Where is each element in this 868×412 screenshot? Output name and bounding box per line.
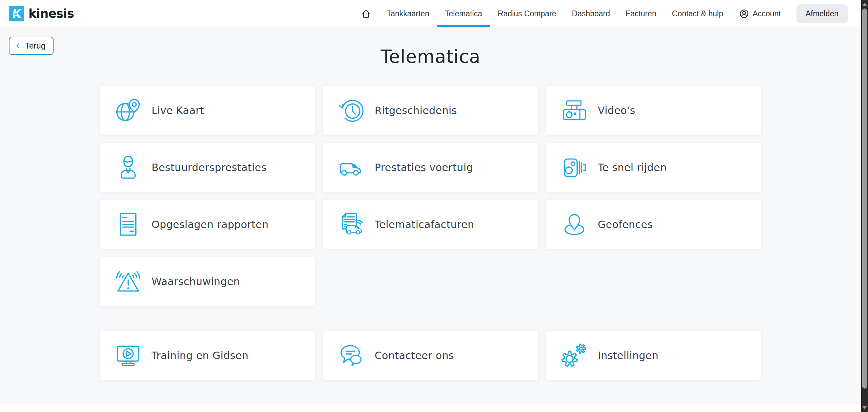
section-divider <box>100 319 761 319</box>
card-telematicafacturen[interactable]: Telematicafacturen <box>323 200 538 249</box>
card-instellingen[interactable]: Instellingen <box>546 331 761 380</box>
card-label: Ritgeschiedenis <box>375 105 457 116</box>
card-label: Training en Gidsen <box>152 350 249 361</box>
invoice-truck-icon <box>338 211 364 238</box>
nav-item-dashboard[interactable]: Dashboard <box>572 0 610 27</box>
gears-icon <box>561 342 588 369</box>
nav-item-radius-compare[interactable]: Radius Compare <box>498 0 556 27</box>
van-icon <box>338 154 364 181</box>
card-bestuurdersprestaties[interactable]: Bestuurdersprestaties <box>100 143 315 192</box>
card-waarschuwingen[interactable]: Waarschuwingen <box>100 257 315 306</box>
nav-item-facturen[interactable]: Facturen <box>626 0 656 27</box>
geofence-pin-icon <box>561 211 588 238</box>
account-label: Account <box>753 9 781 18</box>
chat-bubbles-icon <box>338 342 364 369</box>
card-geofences[interactable]: Geofences <box>546 200 761 249</box>
card-label: Instellingen <box>598 350 658 361</box>
card-label: Opgeslagen rapporten <box>152 219 269 230</box>
card-opgeslagen-rapporten[interactable]: Opgeslagen rapporten <box>100 200 315 249</box>
card-label: Contacteer ons <box>375 350 454 361</box>
logout-button[interactable]: Afmelden <box>796 4 848 23</box>
brand-name: kinesis <box>28 7 74 20</box>
telematica-menu: Live Kaart Ritgeschiedenis <box>0 86 861 380</box>
scrollbar-down-arrow[interactable] <box>863 406 867 409</box>
card-label: Prestaties voertuig <box>375 162 473 173</box>
top-navigation-bar: K kinesis Tankkaarten Telematica Radius … <box>0 0 861 27</box>
card-live-kaart[interactable]: Live Kaart <box>100 86 315 135</box>
nav-item-tankkaarten[interactable]: Tankkaarten <box>387 0 429 27</box>
card-label: Video's <box>598 105 635 116</box>
card-label: Live Kaart <box>152 105 204 116</box>
secondary-card-grid: Training en Gidsen Contacteer ons <box>100 331 761 380</box>
scrollbar-thumb[interactable] <box>862 8 867 389</box>
home-icon <box>361 8 371 19</box>
scrollbar-up-arrow[interactable] <box>863 3 867 6</box>
card-label: Bestuurdersprestaties <box>152 162 267 173</box>
card-ritgeschiedenis[interactable]: Ritgeschiedenis <box>323 86 538 135</box>
card-videos[interactable]: Video's <box>546 86 761 135</box>
main-nav: Tankkaarten Telematica Radius Compare Da… <box>345 0 848 27</box>
nav-item-telematica[interactable]: Telematica <box>445 0 482 27</box>
nav-item-account[interactable]: Account <box>739 0 781 27</box>
main-card-grid: Live Kaart Ritgeschiedenis <box>100 86 761 306</box>
account-icon <box>739 8 749 19</box>
history-clock-icon <box>338 97 364 124</box>
nav-home[interactable] <box>361 0 371 27</box>
card-contacteer-ons[interactable]: Contacteer ons <box>323 331 538 380</box>
card-label: Te snel rijden <box>598 162 667 173</box>
driver-icon <box>115 154 141 181</box>
page-title: Telematica <box>0 46 861 67</box>
globe-pin-icon <box>115 97 141 124</box>
card-training-en-gidsen[interactable]: Training en Gidsen <box>100 331 315 380</box>
training-monitor-icon <box>115 342 141 369</box>
card-prestaties-voertuig[interactable]: Prestaties voertuig <box>323 143 538 192</box>
vertical-scrollbar[interactable] <box>861 0 868 412</box>
page-bottom-strip <box>0 404 861 412</box>
kinesis-logo[interactable]: K kinesis <box>9 6 74 21</box>
speed-camera-icon <box>561 154 588 181</box>
card-label: Geofences <box>598 219 653 230</box>
card-label: Telematicafacturen <box>375 219 474 230</box>
report-document-icon <box>115 211 141 238</box>
card-label: Waarschuwingen <box>152 276 240 287</box>
dashcam-icon <box>561 97 588 124</box>
alert-triangle-icon <box>115 268 141 295</box>
kinesis-logo-icon: K <box>9 6 24 21</box>
nav-item-contact-hulp[interactable]: Contact & hulp <box>672 0 723 27</box>
card-te-snel-rijden[interactable]: Te snel rijden <box>546 143 761 192</box>
